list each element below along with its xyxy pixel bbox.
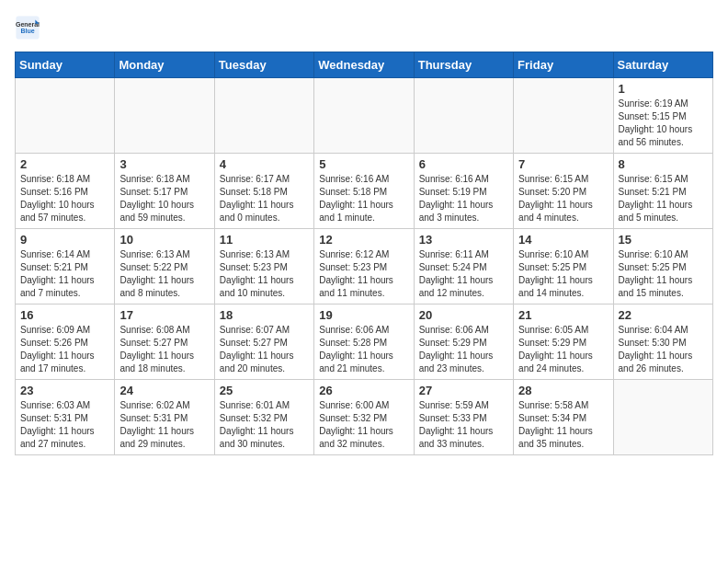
day-number: 12 xyxy=(319,233,408,247)
day-number: 22 xyxy=(619,308,708,322)
day-number: 18 xyxy=(220,308,309,322)
day-info: Sunrise: 6:16 AM Sunset: 5:18 PM Dayligh… xyxy=(319,173,408,224)
day-number: 28 xyxy=(518,384,608,397)
day-info: Sunrise: 6:05 AM Sunset: 5:29 PM Dayligh… xyxy=(518,324,608,375)
day-number: 25 xyxy=(220,384,309,397)
calendar-cell: 7Sunrise: 6:15 AM Sunset: 5:20 PM Daylig… xyxy=(514,154,613,229)
col-header-tuesday: Tuesday xyxy=(214,52,313,78)
day-number: 16 xyxy=(20,308,109,322)
calendar-cell: 15Sunrise: 6:10 AM Sunset: 5:25 PM Dayli… xyxy=(613,229,712,304)
day-info: Sunrise: 6:11 AM Sunset: 5:24 PM Dayligh… xyxy=(419,248,508,300)
calendar-cell: 5Sunrise: 6:16 AM Sunset: 5:18 PM Daylig… xyxy=(314,154,414,229)
calendar-cell: 21Sunrise: 6:05 AM Sunset: 5:29 PM Dayli… xyxy=(514,304,613,380)
day-number: 19 xyxy=(319,308,408,322)
day-info: Sunrise: 6:00 AM Sunset: 5:32 PM Dayligh… xyxy=(319,399,408,451)
calendar-cell: 3Sunrise: 6:18 AM Sunset: 5:17 PM Daylig… xyxy=(115,154,214,229)
calendar-cell xyxy=(115,78,214,154)
col-header-saturday: Saturday xyxy=(613,52,712,78)
calendar-table: SundayMondayTuesdayWednesdayThursdayFrid… xyxy=(15,52,713,455)
calendar-cell: 2Sunrise: 6:18 AM Sunset: 5:16 PM Daylig… xyxy=(16,154,115,229)
calendar-cell: 28Sunrise: 5:58 AM Sunset: 5:34 PM Dayli… xyxy=(514,380,613,455)
day-number: 23 xyxy=(20,384,109,397)
day-number: 11 xyxy=(220,233,309,247)
day-info: Sunrise: 6:08 AM Sunset: 5:27 PM Dayligh… xyxy=(119,324,209,375)
day-info: Sunrise: 6:06 AM Sunset: 5:29 PM Dayligh… xyxy=(419,324,508,375)
day-info: Sunrise: 6:12 AM Sunset: 5:23 PM Dayligh… xyxy=(319,248,408,300)
calendar-cell: 24Sunrise: 6:02 AM Sunset: 5:31 PM Dayli… xyxy=(115,380,214,455)
page-header: General Blue xyxy=(15,15,713,40)
calendar-header-row: SundayMondayTuesdayWednesdayThursdayFrid… xyxy=(16,52,713,78)
calendar-cell: 9Sunrise: 6:14 AM Sunset: 5:21 PM Daylig… xyxy=(16,229,115,304)
calendar-cell: 13Sunrise: 6:11 AM Sunset: 5:24 PM Dayli… xyxy=(414,229,513,304)
day-info: Sunrise: 6:06 AM Sunset: 5:28 PM Dayligh… xyxy=(319,324,408,375)
calendar-cell: 17Sunrise: 6:08 AM Sunset: 5:27 PM Dayli… xyxy=(115,304,214,380)
calendar-cell xyxy=(613,380,712,455)
day-info: Sunrise: 6:13 AM Sunset: 5:23 PM Dayligh… xyxy=(220,248,309,300)
col-header-monday: Monday xyxy=(115,52,214,78)
col-header-friday: Friday xyxy=(514,52,613,78)
calendar-cell xyxy=(514,78,613,154)
day-info: Sunrise: 6:03 AM Sunset: 5:31 PM Dayligh… xyxy=(20,399,109,451)
calendar-cell xyxy=(414,78,513,154)
day-number: 2 xyxy=(20,157,109,171)
calendar-week-row: 23Sunrise: 6:03 AM Sunset: 5:31 PM Dayli… xyxy=(16,380,713,455)
day-info: Sunrise: 6:04 AM Sunset: 5:30 PM Dayligh… xyxy=(619,324,708,375)
calendar-week-row: 16Sunrise: 6:09 AM Sunset: 5:26 PM Dayli… xyxy=(16,304,713,380)
logo: General Blue xyxy=(15,15,40,40)
day-number: 3 xyxy=(119,157,209,171)
day-number: 15 xyxy=(619,233,708,247)
calendar-cell: 27Sunrise: 5:59 AM Sunset: 5:33 PM Dayli… xyxy=(414,380,513,455)
day-info: Sunrise: 5:59 AM Sunset: 5:33 PM Dayligh… xyxy=(419,399,508,451)
day-number: 20 xyxy=(419,308,508,322)
calendar-cell: 20Sunrise: 6:06 AM Sunset: 5:29 PM Dayli… xyxy=(414,304,513,380)
calendar-cell: 12Sunrise: 6:12 AM Sunset: 5:23 PM Dayli… xyxy=(314,229,414,304)
calendar-week-row: 2Sunrise: 6:18 AM Sunset: 5:16 PM Daylig… xyxy=(16,154,713,229)
col-header-wednesday: Wednesday xyxy=(314,52,414,78)
calendar-cell: 1Sunrise: 6:19 AM Sunset: 5:15 PM Daylig… xyxy=(613,78,712,154)
calendar-cell: 16Sunrise: 6:09 AM Sunset: 5:26 PM Dayli… xyxy=(16,304,115,380)
day-info: Sunrise: 6:18 AM Sunset: 5:16 PM Dayligh… xyxy=(20,173,109,224)
day-number: 1 xyxy=(619,82,708,96)
calendar-cell: 19Sunrise: 6:06 AM Sunset: 5:28 PM Dayli… xyxy=(314,304,414,380)
calendar-week-row: 9Sunrise: 6:14 AM Sunset: 5:21 PM Daylig… xyxy=(16,229,713,304)
day-number: 6 xyxy=(419,157,508,171)
day-info: Sunrise: 6:09 AM Sunset: 5:26 PM Dayligh… xyxy=(20,324,109,375)
day-number: 27 xyxy=(419,384,508,397)
day-number: 10 xyxy=(119,233,209,247)
calendar-cell xyxy=(214,78,313,154)
day-info: Sunrise: 6:01 AM Sunset: 5:32 PM Dayligh… xyxy=(220,399,309,451)
day-info: Sunrise: 6:13 AM Sunset: 5:22 PM Dayligh… xyxy=(119,248,209,300)
calendar-cell: 6Sunrise: 6:16 AM Sunset: 5:19 PM Daylig… xyxy=(414,154,513,229)
day-number: 24 xyxy=(119,384,209,397)
day-number: 13 xyxy=(419,233,508,247)
calendar-cell: 11Sunrise: 6:13 AM Sunset: 5:23 PM Dayli… xyxy=(214,229,313,304)
day-number: 4 xyxy=(220,157,309,171)
calendar-cell: 26Sunrise: 6:00 AM Sunset: 5:32 PM Dayli… xyxy=(314,380,414,455)
calendar-cell: 25Sunrise: 6:01 AM Sunset: 5:32 PM Dayli… xyxy=(214,380,313,455)
calendar-cell: 8Sunrise: 6:15 AM Sunset: 5:21 PM Daylig… xyxy=(613,154,712,229)
day-info: Sunrise: 6:15 AM Sunset: 5:20 PM Dayligh… xyxy=(518,173,608,224)
calendar-cell: 22Sunrise: 6:04 AM Sunset: 5:30 PM Dayli… xyxy=(613,304,712,380)
day-number: 9 xyxy=(20,233,109,247)
logo-icon: General Blue xyxy=(15,15,40,40)
calendar-cell: 4Sunrise: 6:17 AM Sunset: 5:18 PM Daylig… xyxy=(214,154,313,229)
day-number: 7 xyxy=(518,157,608,171)
day-info: Sunrise: 6:18 AM Sunset: 5:17 PM Dayligh… xyxy=(119,173,209,224)
calendar-cell: 23Sunrise: 6:03 AM Sunset: 5:31 PM Dayli… xyxy=(16,380,115,455)
calendar-cell xyxy=(314,78,414,154)
calendar-week-row: 1Sunrise: 6:19 AM Sunset: 5:15 PM Daylig… xyxy=(16,78,713,154)
day-info: Sunrise: 6:10 AM Sunset: 5:25 PM Dayligh… xyxy=(619,248,708,300)
day-info: Sunrise: 6:02 AM Sunset: 5:31 PM Dayligh… xyxy=(119,399,209,451)
col-header-sunday: Sunday xyxy=(16,52,115,78)
day-info: Sunrise: 5:58 AM Sunset: 5:34 PM Dayligh… xyxy=(518,399,608,451)
calendar-cell: 18Sunrise: 6:07 AM Sunset: 5:27 PM Dayli… xyxy=(214,304,313,380)
day-number: 14 xyxy=(518,233,608,247)
day-number: 17 xyxy=(119,308,209,322)
day-number: 21 xyxy=(518,308,608,322)
day-info: Sunrise: 6:16 AM Sunset: 5:19 PM Dayligh… xyxy=(419,173,508,224)
day-number: 8 xyxy=(619,157,708,171)
calendar-cell: 14Sunrise: 6:10 AM Sunset: 5:25 PM Dayli… xyxy=(514,229,613,304)
calendar-cell: 10Sunrise: 6:13 AM Sunset: 5:22 PM Dayli… xyxy=(115,229,214,304)
day-info: Sunrise: 6:07 AM Sunset: 5:27 PM Dayligh… xyxy=(220,324,309,375)
day-number: 5 xyxy=(319,157,408,171)
